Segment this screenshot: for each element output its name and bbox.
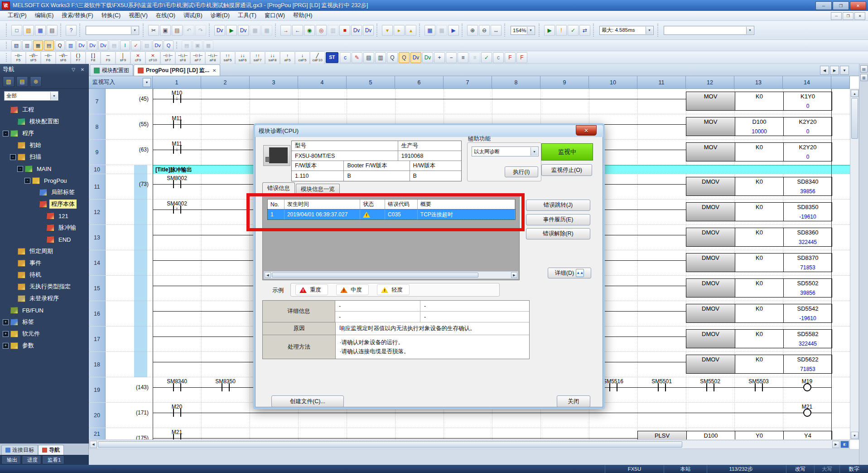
tab-模块配置图[interactable]: 模块配置图	[90, 64, 133, 76]
delete-column-icon[interactable]: ≡	[469, 52, 480, 63]
vertical-scroll-thumb[interactable]	[851, 98, 858, 139]
nav-filter-combo[interactable]: 全部 ▼	[4, 91, 58, 101]
tree-expander-icon[interactable]: -	[17, 166, 23, 172]
monitor-stop-icon[interactable]: ◎	[316, 25, 327, 36]
watch-window-icon[interactable]: ▤	[182, 40, 192, 50]
intelligent-module-icon[interactable]: ▣	[193, 40, 203, 50]
tree-item-待机[interactable]: 待机	[0, 269, 88, 281]
find-document-icon[interactable]: Q	[387, 52, 398, 63]
tree-item-ProgPou[interactable]: -ProgPou	[0, 175, 88, 186]
vertical-scrollbar[interactable]: ▲ ▼	[850, 89, 859, 440]
tab-scroll-right-icon[interactable]: ▶	[830, 66, 839, 75]
device-batch2-icon[interactable]: Dv	[153, 40, 163, 50]
fit-width-icon[interactable]: ↔	[491, 25, 502, 36]
bottom-tab-导航[interactable]: 导航	[38, 445, 64, 455]
tree-expander-icon[interactable]: +	[3, 331, 9, 337]
ladder-symbol-F6-button[interactable]: ⊣⊢F6	[41, 51, 56, 64]
zoom-in-icon[interactable]: ⊕	[467, 25, 478, 36]
menu-item-1[interactable]: 编辑(E)	[31, 11, 58, 20]
menu-item-5[interactable]: 在线(O)	[152, 11, 179, 20]
tree-item-参数[interactable]: +参数	[0, 340, 88, 351]
scroll-up-icon[interactable]: ▲	[851, 90, 858, 97]
program-check-icon[interactable]: ✓	[481, 52, 492, 63]
verify2-icon[interactable]: ▦	[261, 25, 272, 36]
error-scroll-thumb[interactable]	[272, 273, 478, 278]
tree-item-模块配置图[interactable]: 模块配置图	[0, 116, 88, 127]
tree-item-END[interactable]: END	[0, 234, 88, 245]
tab-list-icon[interactable]: ▼	[840, 66, 849, 75]
step-ok-icon[interactable]: ⇄	[579, 25, 590, 36]
error-jump-button[interactable]: 错误跳转(J)	[526, 200, 590, 211]
paste-icon[interactable]: ▤	[172, 25, 183, 36]
new-file-icon[interactable]: □	[11, 25, 22, 36]
instruction-box[interactable]: DMOVK0SD562271853	[686, 355, 832, 374]
ladder-symbol-sF5-button[interactable]: ⊣/⊢sF5	[26, 51, 41, 64]
ladder-symbol-saF7-button[interactable]: ↑↑saF7	[250, 51, 265, 64]
instruction-box[interactable]: DMOVK0SD834039856	[686, 177, 832, 196]
tab-error-info[interactable]: 错误信息	[262, 182, 295, 194]
statement-edit-icon[interactable]: ▤	[363, 52, 374, 63]
tree-item-121[interactable]: 121	[0, 210, 88, 222]
menu-item-3[interactable]: 转换(C)	[97, 11, 125, 20]
st-language-button[interactable]: ST	[326, 52, 338, 63]
pin-icon[interactable]: ▽	[70, 66, 77, 73]
menu-item-8[interactable]: 工具(T)	[234, 11, 260, 20]
plc-stop-icon[interactable]: ■	[339, 25, 350, 36]
dev-write-icon[interactable]: Dv	[351, 25, 362, 36]
docked-window-icon[interactable]: ▤	[860, 65, 868, 73]
run-program-icon[interactable]: ▶	[544, 25, 555, 36]
bottom-tab-连接目标[interactable]: 连接目标	[1, 445, 38, 455]
tree-item-初始[interactable]: 初始	[0, 139, 88, 151]
zoom-level-combo[interactable]: 154%▼	[511, 26, 535, 35]
option-bubble-icon[interactable]: c	[493, 52, 504, 63]
window-monitor-icon[interactable]: ▦	[424, 25, 435, 36]
tree-item-扫描[interactable]: -扫描	[0, 151, 88, 163]
tab-module-info-list[interactable]: 模块信息一览	[296, 184, 340, 194]
cut-icon[interactable]: ✂	[148, 25, 159, 36]
ladder-symbol-caF10-button[interactable]: ╱caF10	[310, 51, 325, 64]
ladder-symbol-sF8-button[interactable]: ⊣↓⊢sF8	[175, 51, 190, 64]
menu-item-10[interactable]: 帮助(H)	[289, 11, 316, 20]
output-tab-监看1[interactable]: 监看1	[42, 455, 64, 464]
tree-item-恒定周期[interactable]: 恒定周期	[0, 245, 88, 257]
settings-gear-icon[interactable]: ⊛	[30, 76, 42, 87]
find-replace-icon[interactable]: ▥	[66, 40, 76, 50]
window-exec-icon[interactable]: ▶	[448, 25, 459, 36]
jump-next-icon[interactable]: ▴	[405, 25, 416, 36]
fb-convert-icon[interactable]: F	[505, 52, 516, 63]
ladder-symbol-F8-button[interactable]: [ ]F8	[86, 51, 101, 64]
tree-expander-icon[interactable]: -	[3, 131, 9, 137]
split-window-icon[interactable]: ▤	[44, 40, 54, 50]
ladder-symbol-saF8-button[interactable]: ↓↓saF8	[265, 51, 280, 64]
window-monitor2-icon[interactable]: ▦	[436, 25, 447, 36]
insert-row-icon[interactable]: +	[434, 52, 445, 63]
undo-icon[interactable]: ↶	[183, 25, 194, 36]
tree-item-程序本体[interactable]: 程序本体	[0, 198, 88, 210]
quick-access-combo[interactable]: ▼	[86, 26, 139, 35]
ladder-symbol-aF5-button[interactable]: ↑aF5	[280, 51, 295, 64]
fb-convert2-icon[interactable]: F	[516, 52, 527, 63]
tab-scroll-left-icon[interactable]: ◀	[820, 66, 829, 75]
tree-expander-icon[interactable]: -	[10, 154, 16, 160]
output-tab-进度[interactable]: 进度	[22, 455, 41, 464]
tree-item-标签[interactable]: +标签	[0, 316, 88, 328]
tab-close-icon[interactable]: ✕	[212, 68, 216, 73]
docked-window2-icon[interactable]: ▥	[860, 74, 868, 81]
edit-pencil-icon[interactable]: ✎	[352, 52, 362, 63]
error-indicator-icon[interactable]: !	[556, 25, 567, 36]
mdi-close-button[interactable]: ✕	[854, 12, 865, 20]
inline-comment-icon[interactable]: c	[340, 52, 351, 63]
device-memory-icon[interactable]: Dv	[87, 40, 97, 50]
print-icon[interactable]: ▤	[47, 25, 58, 36]
window-minimize-button[interactable]: ─	[815, 1, 832, 10]
tree-item-脉冲输[interactable]: 脉冲输	[0, 222, 88, 234]
tree-item-无执行类型指定[interactable]: 无执行类型指定	[0, 281, 88, 293]
instruction-box[interactable]: MOVD10010000K2Y200	[686, 117, 832, 136]
redo-icon[interactable]: ↷	[195, 25, 206, 36]
create-file-button[interactable]: 创建文件(C)...	[271, 395, 344, 407]
menu-item-2[interactable]: 搜索/替换(F)	[58, 11, 97, 20]
instruction-box[interactable]: MOVK0K2Y200	[686, 142, 832, 161]
ladder-symbol-caF5-button[interactable]: ↓caF5	[295, 51, 310, 64]
horizontal-scroll-thumb[interactable]	[98, 441, 682, 448]
tree-expander-icon[interactable]: -	[24, 178, 30, 184]
